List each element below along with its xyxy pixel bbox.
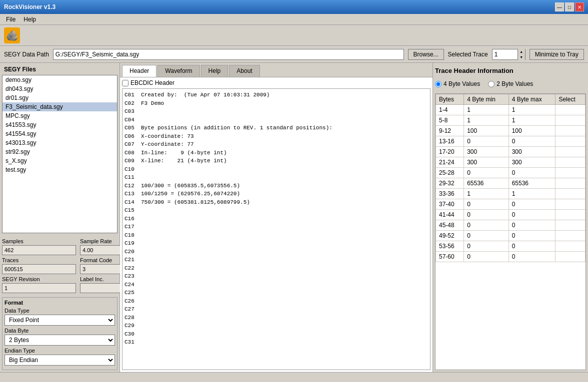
table-row[interactable]: 33-3611 — [436, 189, 586, 199]
trace-table: Bytes 4 Byte min 4 Byte max Select 1-411… — [436, 94, 586, 262]
left-panel: SEGY Files demo.sgydh043.sgydr01.sgyF3_S… — [0, 63, 120, 372]
header-line: C13 100/1250 = (629576.25,6074220) — [124, 190, 428, 198]
segy-data-path-input[interactable] — [53, 49, 404, 60]
table-row[interactable]: 45-4800 — [436, 220, 586, 231]
file-item[interactable]: s_X.sgy — [2, 156, 117, 165]
file-item[interactable]: dh043.sgy — [2, 84, 117, 93]
cell-min: 0 — [464, 252, 509, 262]
header-line: C16 — [124, 215, 428, 223]
four-byte-option[interactable]: 4 Byte Values — [435, 80, 480, 87]
table-row[interactable]: 41-4400 — [436, 210, 586, 220]
cell-min: 0 — [464, 231, 509, 241]
ebcdic-check: EBCDIC Header — [122, 79, 430, 86]
cell-select — [556, 231, 586, 241]
col-max: 4 Byte max — [508, 94, 556, 105]
cell-select — [556, 136, 586, 147]
cell-select — [556, 168, 586, 178]
app-title: RockVisioner v1.3 — [4, 3, 56, 10]
traces-input[interactable] — [2, 264, 76, 274]
tab-header[interactable]: Header — [122, 65, 156, 77]
table-row[interactable]: 1-411 — [436, 105, 586, 115]
title-bar-controls[interactable]: — □ ✕ — [555, 2, 584, 11]
cell-bytes: 33-36 — [436, 189, 464, 199]
cell-min: 300 — [464, 157, 509, 168]
two-byte-option[interactable]: 2 Byte Values — [488, 80, 533, 87]
header-line: C14 750/300 = (605381.8125,6089799.5) — [124, 198, 428, 207]
minimize-button[interactable]: — — [555, 2, 564, 11]
menu-help[interactable]: Help — [20, 15, 40, 24]
data-byte-field: Data Byte 2 Bytes 4 Bytes 1 Byte — [4, 328, 115, 346]
tab-waveform[interactable]: Waveform — [158, 65, 200, 77]
close-button[interactable]: ✕ — [575, 2, 584, 11]
header-line: C10 — [124, 165, 428, 174]
header-line: C11 — [124, 173, 428, 182]
trace-up-button[interactable]: ▲ — [518, 49, 525, 54]
tab-help[interactable]: Help — [201, 65, 228, 77]
endian-type-label: Endian Type — [4, 348, 115, 354]
maximize-button[interactable]: □ — [565, 2, 574, 11]
cell-max: 1 — [508, 115, 556, 126]
cell-select — [556, 105, 586, 115]
endian-type-field: Endian Type Big Endian Little Endian — [4, 348, 115, 366]
tab-about[interactable]: About — [229, 65, 260, 77]
file-item[interactable]: demo.sgy — [2, 75, 117, 84]
file-item[interactable]: s43013.sgy — [2, 138, 117, 147]
file-item[interactable]: test.sgy — [2, 165, 117, 174]
minimize-tray-button[interactable]: Minimize to Tray — [530, 49, 584, 60]
header-line: C04 — [124, 116, 428, 124]
table-row[interactable]: 29-326553665536 — [436, 178, 586, 189]
samples-input[interactable] — [2, 245, 76, 255]
table-row[interactable]: 25-2800 — [436, 168, 586, 178]
fields-grid: Samples Sample Rate Traces Format Code S… — [2, 236, 118, 295]
title-bar-left: RockVisioner v1.3 — [4, 3, 56, 10]
ebcdic-checkbox[interactable] — [122, 80, 128, 86]
header-line: C15 — [124, 206, 428, 215]
header-line: C01 Created by: (Tue Apr 07 16:03:31 200… — [124, 91, 428, 99]
format-section: Format Data Type Fixed Point Float Integ… — [2, 297, 118, 370]
table-row[interactable]: 53-5600 — [436, 241, 586, 252]
table-row[interactable]: 5-811 — [436, 115, 586, 126]
endian-type-select[interactable]: Big Endian Little Endian — [4, 355, 115, 366]
cell-min: 1 — [464, 105, 509, 115]
menu-file[interactable]: File — [2, 15, 20, 24]
file-item[interactable]: s41553.sgy — [2, 120, 117, 129]
table-row[interactable]: 21-24300300 — [436, 157, 586, 168]
table-row[interactable]: 49-5200 — [436, 231, 586, 241]
segy-data-path-label: SEGY Data Path — [4, 51, 49, 58]
header-text-area[interactable]: C01 Created by: (Tue Apr 07 16:03:31 200… — [122, 88, 430, 370]
cell-select — [556, 210, 586, 220]
segy-revision-label: SEGY Revision — [2, 276, 76, 282]
file-item[interactable]: dr01.sgy — [2, 93, 117, 102]
header-line: C26 — [124, 297, 428, 306]
right-panel: Trace Header Information 4 Byte Values 2… — [433, 63, 588, 372]
browse-button[interactable]: Browse... — [408, 49, 444, 60]
segy-revision-group: SEGY Revision — [2, 276, 76, 293]
table-row[interactable]: 17-20300300 — [436, 147, 586, 157]
table-row[interactable]: 37-4000 — [436, 199, 586, 210]
data-type-select[interactable]: Fixed Point Float Integer — [4, 315, 115, 326]
segy-revision-input[interactable] — [2, 283, 76, 293]
file-item[interactable]: MPC.sgy — [2, 111, 117, 120]
header-line: C30 — [124, 330, 428, 339]
data-type-field: Data Type Fixed Point Float Integer — [4, 308, 115, 326]
table-row[interactable]: 9-12100100 — [436, 126, 586, 136]
selected-trace-input[interactable] — [492, 50, 518, 59]
file-item[interactable]: s41554.sgy — [2, 129, 117, 138]
table-row[interactable]: 57-6000 — [436, 252, 586, 262]
cell-max: 1 — [508, 105, 556, 115]
file-item[interactable]: F3_Seismic_data.sgy — [2, 102, 117, 111]
cell-bytes: 17-20 — [436, 147, 464, 157]
two-byte-radio[interactable] — [488, 81, 494, 87]
cell-max: 0 — [508, 252, 556, 262]
header-line: C08 In-line: 9 (4-byte int) — [124, 149, 428, 157]
data-byte-select[interactable]: 2 Bytes 4 Bytes 1 Byte — [4, 335, 115, 346]
cell-max: 300 — [508, 147, 556, 157]
file-list[interactable]: demo.sgydh043.sgydr01.sgyF3_Seismic_data… — [2, 75, 118, 233]
center-panel: HeaderWaveformHelpAbout EBCDIC Header C0… — [120, 63, 433, 372]
tabs: HeaderWaveformHelpAbout — [120, 63, 432, 77]
table-row[interactable]: 13-1600 — [436, 136, 586, 147]
file-item[interactable]: str92.sgy — [2, 147, 117, 156]
trace-down-button[interactable]: ▼ — [518, 54, 525, 60]
cell-max: 0 — [508, 168, 556, 178]
four-byte-radio[interactable] — [435, 81, 442, 87]
